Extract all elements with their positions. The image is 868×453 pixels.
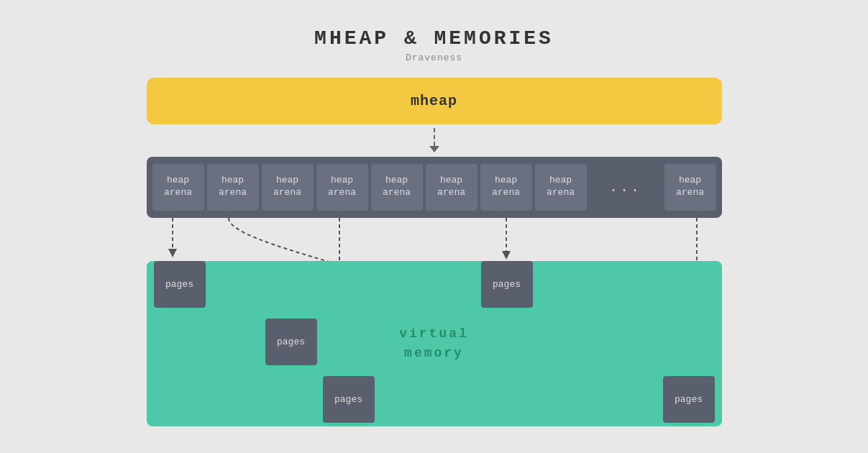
svg-marker-1 xyxy=(168,249,177,257)
arena-cell-5: heaparena xyxy=(371,164,423,211)
dashed-arrow xyxy=(429,128,439,152)
arena-cell-3: heaparena xyxy=(262,164,314,211)
bottom-layout: virtualmemory pages pages pages pages pa… xyxy=(147,218,722,426)
arena-cell-6: heaparena xyxy=(426,164,478,211)
pages-box-3: pages xyxy=(323,376,375,423)
diagram-container: MHEAP & MEMORIES Draveness mheap heapare… xyxy=(39,27,830,426)
vm-wrapper: virtualmemory pages pages pages pages pa… xyxy=(147,261,722,426)
dashed-line xyxy=(434,128,435,146)
pages-box-5: pages xyxy=(663,376,715,423)
arena-cell-last: heaparena xyxy=(664,164,716,211)
main-title: MHEAP & MEMORIES xyxy=(314,27,554,50)
mheap-box: mheap xyxy=(147,78,722,124)
vm-label: virtualmemory xyxy=(399,324,469,363)
pages-box-2: pages xyxy=(265,319,317,365)
mheap-to-arena-arrow xyxy=(429,124,439,157)
svg-marker-6 xyxy=(502,251,511,260)
pages-box-4: pages xyxy=(481,261,533,308)
arena-row: heaparena heaparena heaparena heaparena … xyxy=(147,157,722,218)
arena-cell-7: heaparena xyxy=(480,164,532,211)
arena-cell-2: heaparena xyxy=(207,164,259,211)
subtitle: Draveness xyxy=(314,52,554,63)
arrow-head xyxy=(429,146,439,152)
arena-dots: ... xyxy=(590,179,662,196)
arena-cell-8: heaparena xyxy=(535,164,587,211)
virtual-memory-area: virtualmemory pages pages pages pages pa… xyxy=(147,261,722,426)
arena-cell-1: heaparena xyxy=(152,164,204,211)
title-section: MHEAP & MEMORIES Draveness xyxy=(314,27,554,63)
pages-box-1: pages xyxy=(154,261,206,308)
arena-cell-4: heaparena xyxy=(316,164,368,211)
